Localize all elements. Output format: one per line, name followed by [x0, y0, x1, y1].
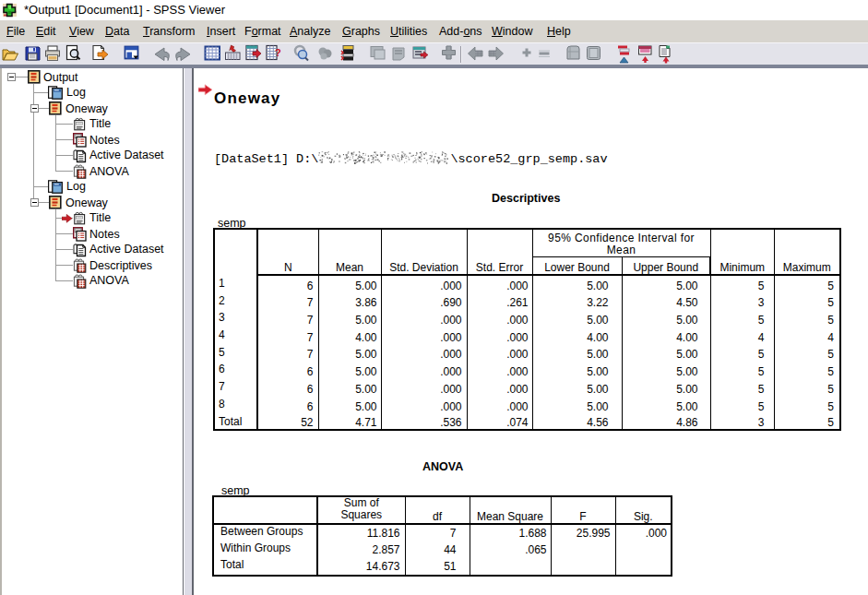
svg-text:?: ?: [275, 47, 281, 58]
